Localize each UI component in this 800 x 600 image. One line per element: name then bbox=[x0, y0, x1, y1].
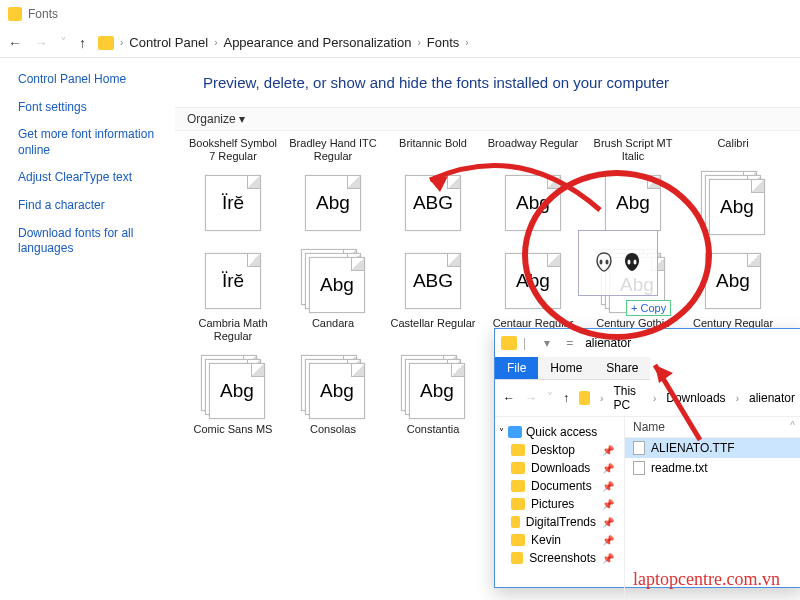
sidebar: Control Panel Home Font settings Get mor… bbox=[0, 58, 175, 600]
pin-icon: 📌 bbox=[602, 463, 614, 474]
font-item[interactable]: AbgConstantia bbox=[383, 349, 483, 451]
quick-access-header[interactable]: ˅ Quick access bbox=[499, 423, 620, 441]
font-item[interactable]: AbgComic Sans MS bbox=[183, 349, 283, 451]
folder-icon bbox=[511, 480, 525, 492]
star-icon bbox=[508, 426, 522, 438]
font-thumbnail: Abg bbox=[401, 355, 465, 419]
pin-icon: 📌 bbox=[602, 445, 614, 456]
font-label: Cambria Math Regular bbox=[183, 317, 283, 345]
back-button[interactable]: ← bbox=[8, 35, 22, 51]
tab-home[interactable]: Home bbox=[538, 357, 594, 380]
breadcrumb-alienator[interactable]: alienator bbox=[749, 391, 795, 405]
folder-icon bbox=[511, 444, 525, 456]
font-item[interactable]: Bradley Hand ITC RegularAbg bbox=[283, 137, 383, 239]
breadcrumb-control-panel[interactable]: Control Panel bbox=[129, 35, 208, 50]
sidebar-link-download[interactable]: Download fonts for all languages bbox=[18, 226, 165, 257]
alien-icon bbox=[592, 251, 616, 275]
nav-item[interactable]: Screenshots📌 bbox=[499, 549, 620, 567]
file-item[interactable]: readme.txt bbox=[625, 458, 800, 478]
explorer-titlebar[interactable]: | ▾ = alienator bbox=[495, 329, 800, 357]
tab-file[interactable]: File bbox=[495, 357, 538, 380]
font-item[interactable]: Britannic BoldABG bbox=[383, 137, 483, 239]
forward-button[interactable]: → bbox=[525, 391, 537, 405]
font-label: Constantia bbox=[383, 423, 483, 451]
explorer-address-hint: alienator bbox=[585, 336, 631, 350]
tab-share[interactable]: Share bbox=[594, 357, 650, 380]
nav-item[interactable]: Kevin📌 bbox=[499, 531, 620, 549]
chevron-right-icon: › bbox=[120, 37, 123, 48]
column-header[interactable]: Name^ bbox=[625, 417, 800, 438]
pin-icon: 📌 bbox=[602, 553, 614, 564]
font-item[interactable]: Bookshelf Symbol 7 RegularÏrĕ bbox=[183, 137, 283, 239]
font-item[interactable]: Brush Script MT ItalicAbg bbox=[583, 137, 683, 239]
explorer-nav-pane: ˅ Quick access Desktop📌Downloads📌Documen… bbox=[495, 417, 625, 597]
breadcrumb-appearance[interactable]: Appearance and Personalization bbox=[223, 35, 411, 50]
explorer-ribbon: File Home Share bbox=[495, 357, 800, 380]
font-item[interactable]: Broadway RegularAbg bbox=[483, 137, 583, 239]
font-label: Britannic Bold bbox=[383, 137, 483, 165]
font-thumbnail: Ïrĕ bbox=[201, 249, 265, 313]
breadcrumb-downloads[interactable]: Downloads bbox=[666, 391, 725, 405]
up-button[interactable]: ↑ bbox=[79, 35, 86, 51]
font-item[interactable]: AbgConsolas bbox=[283, 349, 383, 451]
folder-icon bbox=[511, 534, 525, 546]
nav-item[interactable]: Documents📌 bbox=[499, 477, 620, 495]
folder-icon bbox=[501, 336, 517, 350]
nav-item[interactable]: Desktop📌 bbox=[499, 441, 620, 459]
font-thumbnail: ABG bbox=[401, 171, 465, 235]
explorer-nav: ← → ˅ ↑ › This PC › Downloads › alienato… bbox=[495, 380, 800, 417]
nav-item[interactable]: Pictures📌 bbox=[499, 495, 620, 513]
explorer-window[interactable]: | ▾ = alienator File Home Share ← → ˅ ↑ … bbox=[494, 328, 800, 588]
sidebar-link-cleartype[interactable]: Adjust ClearType text bbox=[18, 170, 165, 186]
pin-icon: 📌 bbox=[602, 481, 614, 492]
font-item[interactable]: AbgCandara bbox=[283, 243, 383, 345]
alien-icon bbox=[620, 251, 644, 275]
font-label: Comic Sans MS bbox=[183, 423, 283, 451]
sidebar-link-character[interactable]: Find a character bbox=[18, 198, 165, 214]
svg-point-3 bbox=[634, 260, 637, 265]
recent-dropdown[interactable]: ˅ bbox=[60, 35, 67, 51]
folder-icon bbox=[511, 498, 525, 510]
font-thumbnail: Ïrĕ bbox=[201, 171, 265, 235]
file-icon bbox=[633, 461, 645, 475]
font-thumbnail: ABG bbox=[401, 249, 465, 313]
font-label: Brush Script MT Italic bbox=[583, 137, 683, 165]
font-item[interactable]: CalibriAbg bbox=[683, 137, 783, 239]
font-thumbnail: Abg bbox=[701, 171, 765, 235]
font-thumbnail: Abg bbox=[301, 171, 365, 235]
window-title: Fonts bbox=[28, 7, 58, 21]
folder-icon bbox=[579, 391, 590, 405]
sidebar-link-more-info[interactable]: Get more font information online bbox=[18, 127, 165, 158]
back-button[interactable]: ← bbox=[503, 391, 515, 405]
organize-button[interactable]: Organize ▾ bbox=[187, 112, 245, 126]
nav-item[interactable]: DigitalTrends📌 bbox=[499, 513, 620, 531]
folder-icon bbox=[98, 36, 114, 50]
font-thumbnail: Abg bbox=[301, 249, 365, 313]
breadcrumb[interactable]: › Control Panel › Appearance and Persona… bbox=[98, 35, 469, 50]
sidebar-link-home[interactable]: Control Panel Home bbox=[18, 72, 165, 88]
drag-ghost-preview bbox=[578, 230, 658, 296]
folder-icon bbox=[511, 462, 525, 474]
forward-button[interactable]: → bbox=[34, 35, 48, 51]
chevron-right-icon: › bbox=[214, 37, 217, 48]
pin-icon: 📌 bbox=[602, 499, 614, 510]
font-item[interactable]: ABGCastellar Regular bbox=[383, 243, 483, 345]
breadcrumb-thispc[interactable]: This PC bbox=[613, 384, 643, 412]
sidebar-link-settings[interactable]: Font settings bbox=[18, 100, 165, 116]
folder-icon bbox=[511, 516, 520, 528]
nav-item[interactable]: Downloads📌 bbox=[499, 459, 620, 477]
svg-point-0 bbox=[600, 260, 603, 265]
up-button[interactable]: ↑ bbox=[563, 391, 569, 405]
file-icon bbox=[633, 441, 645, 455]
font-item[interactable]: ÏrĕCambria Math Regular bbox=[183, 243, 283, 345]
drag-copy-badge: + Copy bbox=[626, 300, 671, 316]
font-label: Candara bbox=[283, 317, 383, 345]
file-item[interactable]: ALIENATO.TTF bbox=[625, 438, 800, 458]
chevron-right-icon: › bbox=[417, 37, 420, 48]
breadcrumb-fonts[interactable]: Fonts bbox=[427, 35, 460, 50]
recent-dropdown[interactable]: ˅ bbox=[547, 391, 553, 405]
page-heading: Preview, delete, or show and hide the fo… bbox=[203, 74, 800, 91]
window-titlebar: Fonts bbox=[0, 0, 800, 28]
font-thumbnail: Abg bbox=[601, 171, 665, 235]
font-thumbnail: Abg bbox=[501, 249, 565, 313]
